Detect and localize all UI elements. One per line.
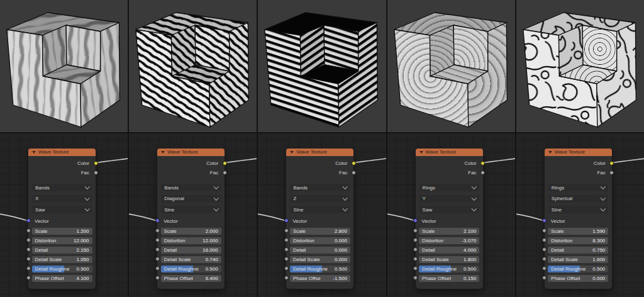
collapse-arrow-icon[interactable] <box>548 151 552 154</box>
bands-direction-dropdown[interactable]: Y <box>419 195 479 203</box>
detail-scale-field[interactable]: Detail Scale 1.800 <box>419 256 479 263</box>
distortion-field[interactable]: Distortion -3.070 <box>419 237 479 244</box>
phase-offset-field[interactable]: Phase Offset 0.000 <box>548 275 608 282</box>
wave-texture-node[interactable]: Wave Texture Color Fac Rings Spherical <box>545 148 612 289</box>
detail-field[interactable]: Detail 0.750 <box>548 247 608 254</box>
node-title: Wave Texture <box>426 148 456 156</box>
scale-input-socket[interactable] <box>284 228 289 233</box>
scale-input-socket[interactable] <box>26 228 31 233</box>
wave-texture-node[interactable]: Wave Texture Color Fac Bands X <box>28 148 96 289</box>
distortion-input-socket[interactable] <box>284 238 289 242</box>
scale-field[interactable]: Scale 2.000 <box>161 228 221 235</box>
distortion-field[interactable]: Distortion 12.000 <box>32 237 92 244</box>
detail-scale-field[interactable]: Detail Scale 1.600 <box>548 256 608 263</box>
bands-direction-dropdown[interactable]: Z <box>290 195 350 203</box>
collapse-arrow-icon[interactable] <box>161 151 165 154</box>
phase-offset-field[interactable]: Phase Offset 0.150 <box>419 275 479 282</box>
wave-type-dropdown[interactable]: Bands <box>32 184 92 191</box>
detail-scale-input-socket[interactable] <box>155 257 160 261</box>
node-header[interactable]: Wave Texture <box>416 148 483 156</box>
wave-profile-dropdown[interactable]: Saw <box>419 206 479 213</box>
wave-type-dropdown[interactable]: Rings <box>419 184 479 191</box>
collapse-arrow-icon[interactable] <box>290 151 294 154</box>
detail-roughness-slider[interactable]: Detail Roughne 0.500 <box>548 266 608 272</box>
wave-profile-dropdown[interactable]: Sine <box>290 206 350 213</box>
color-output-socket[interactable] <box>223 161 227 165</box>
wave-profile-dropdown[interactable]: Sine <box>161 206 221 213</box>
wave-texture-node[interactable]: Wave Texture Color Fac Rings Y <box>416 148 483 289</box>
scale-field[interactable]: Scale 1.590 <box>548 228 608 235</box>
phase-offset-field[interactable]: Phase Offset 6.400 <box>161 275 221 282</box>
node-header[interactable]: Wave Texture <box>28 148 96 156</box>
distortion-field[interactable]: Distortion 8.300 <box>548 237 608 244</box>
chevron-down-icon <box>601 206 606 211</box>
detail-roughness-slider[interactable]: Detail Roughne 0.500 <box>290 266 350 272</box>
detail-field[interactable]: Detail 4.000 <box>419 247 479 254</box>
detail-input-socket[interactable] <box>155 247 160 252</box>
phase-offset-input-socket[interactable] <box>284 276 289 280</box>
phase-offset-input-socket[interactable] <box>155 276 160 280</box>
detail-scale-field[interactable]: Detail Scale 1.050 <box>32 256 92 263</box>
color-output-socket[interactable] <box>352 161 356 165</box>
scale-field[interactable]: Scale 2.800 <box>290 228 350 235</box>
detail-scale-field[interactable]: Detail Scale 0.740 <box>161 256 221 263</box>
phase-offset-field[interactable]: Phase Offse -1.500 <box>290 275 350 282</box>
scale-field[interactable]: Scale 1.200 <box>32 228 92 235</box>
output-row-fac: Fac <box>157 168 225 177</box>
wave-profile-dropdown[interactable]: Sine <box>548 206 608 213</box>
fac-output-socket[interactable] <box>223 171 227 175</box>
vector-input-socket[interactable] <box>155 218 160 223</box>
texture-panel: Wave Texture Color Fac Bands X <box>0 0 128 297</box>
wave-type-dropdown[interactable]: Bands <box>161 184 221 191</box>
wave-type-value: Bands <box>164 185 179 191</box>
vector-input-socket[interactable] <box>26 218 31 223</box>
wave-type-dropdown[interactable]: Bands <box>290 184 350 191</box>
wave-texture-node[interactable]: Wave Texture Color Fac Bands Z <box>286 148 353 289</box>
detail-field[interactable]: Detail 0.000 <box>290 247 350 254</box>
bands-direction-dropdown[interactable]: Diagonal <box>161 195 221 203</box>
detail-scale-input-socket[interactable] <box>26 257 31 261</box>
wave-texture-node[interactable]: Wave Texture Color Fac Bands Diagonal <box>157 148 225 289</box>
node-header[interactable]: Wave Texture <box>545 148 612 156</box>
detail-roughness-input-socket[interactable] <box>26 266 31 271</box>
collapse-arrow-icon[interactable] <box>32 151 36 154</box>
node-header[interactable]: Wave Texture <box>286 148 353 156</box>
profile-value: Sine <box>552 207 562 213</box>
vector-input-wire <box>387 214 416 221</box>
detail-roughness-input-socket[interactable] <box>284 266 289 271</box>
detail-roughness-slider[interactable]: Detail Roughne 0.500 <box>161 266 221 272</box>
vector-input-socket[interactable] <box>284 218 289 223</box>
collapse-arrow-icon[interactable] <box>419 151 423 154</box>
bands-direction-dropdown[interactable]: Spherical <box>548 195 608 203</box>
distortion-input-socket[interactable] <box>155 238 160 242</box>
phase-offset-field[interactable]: Phase Offset 4.100 <box>32 275 92 282</box>
color-output-socket[interactable] <box>94 161 98 165</box>
detail-roughness-input-socket[interactable] <box>155 266 160 271</box>
detail-roughness-slider[interactable]: Detail Roughne 0.500 <box>32 266 92 272</box>
direction-value: Diagonal <box>164 196 184 201</box>
output-row-color: Color <box>286 159 353 168</box>
scale-field[interactable]: Scale 2.100 <box>419 228 479 235</box>
fac-output-socket[interactable] <box>94 171 98 175</box>
wave-type-value: Rings <box>423 185 435 191</box>
node-body: Color Fac Bands Diagonal Sine <box>157 159 225 289</box>
detail-input-socket[interactable] <box>26 247 31 252</box>
distortion-input-socket[interactable] <box>26 238 31 242</box>
wave-profile-dropdown[interactable]: Saw <box>32 206 92 213</box>
distortion-field[interactable]: Distortion 0.000 <box>290 237 350 244</box>
scale-input-socket[interactable] <box>155 228 160 233</box>
detail-scale-input-socket[interactable] <box>284 257 289 261</box>
detail-input-socket[interactable] <box>284 247 289 252</box>
distortion-field[interactable]: Distortion 12.000 <box>161 237 221 244</box>
detail-roughness-slider[interactable]: Detail Roughne 0.500 <box>419 266 479 272</box>
detail-scale-field[interactable]: Detail Scale 0.000 <box>290 256 350 263</box>
bands-direction-dropdown[interactable]: X <box>32 195 92 203</box>
fac-output-socket[interactable] <box>352 171 356 175</box>
vector-input-wire <box>0 214 28 221</box>
detail-field[interactable]: Detail 2.150 <box>32 247 92 254</box>
wave-type-dropdown[interactable]: Rings <box>548 184 608 191</box>
node-title: Wave Texture <box>555 148 585 156</box>
phase-offset-input-socket[interactable] <box>26 276 31 280</box>
detail-field[interactable]: Detail 16.000 <box>161 247 221 254</box>
node-header[interactable]: Wave Texture <box>157 148 225 156</box>
